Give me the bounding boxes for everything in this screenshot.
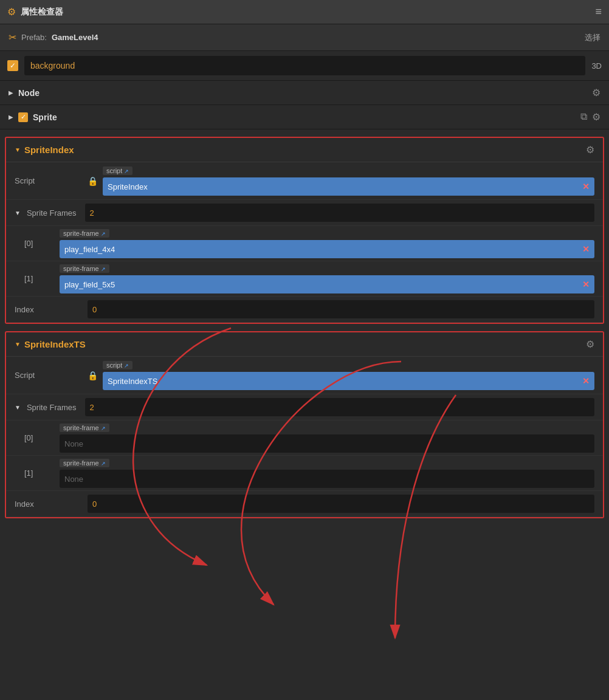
sprite-frame-1-badge: sprite-frame ↗ — [60, 264, 109, 273]
sprite-index-ts-script-label: Script — [15, 371, 88, 380]
sprite-index-ts-lock-icon: 🔒 — [88, 371, 98, 380]
sprite-index-lock-icon: 🔒 — [88, 176, 98, 186]
sprite-index-ts-frames-row: ▼ Sprite Frames 2 — [6, 394, 603, 420]
sprite-index-ts-frame-1-asset[interactable]: None — [60, 470, 594, 488]
ts-frames-collapse-icon[interactable]: ▼ — [15, 404, 21, 411]
sprite-index-ts-collapse-icon[interactable]: ▼ — [15, 341, 21, 348]
sprite-index-script-row: Script 🔒 script ↗ SpriteIndex ✕ — [6, 162, 603, 200]
sprite-index-index-label: Index — [15, 305, 88, 314]
sprite-index-ts-script-badge: script ↗ — [103, 361, 132, 369]
sprite-index-ts-frame-1-value: None — [64, 475, 83, 484]
sprite-index-gear-icon[interactable]: ⚙ — [586, 144, 594, 156]
prefab-icon: ✂ — [9, 32, 16, 43]
sprite-index-script-label: Script — [15, 176, 88, 185]
sprite-index-ts-index-label: Index — [15, 499, 88, 509]
node-gear-icon[interactable]: ⚙ — [592, 87, 600, 98]
sprite-index-collapse-icon[interactable]: ▼ — [15, 146, 21, 153]
sprite-index-ts-script-value: SpriteIndexTS — [108, 377, 157, 386]
sprite-index-ts-component: ▼ SpriteIndexTS ⚙ Script 🔒 script ↗ Spri… — [5, 331, 604, 518]
sprite-index-frame-0-value: play_field_4x4 — [64, 245, 115, 254]
sprite-index-component: ▼ SpriteIndex ⚙ Script 🔒 script ↗ Sprite… — [5, 137, 604, 324]
sprite-index-ts-index-value: 0 — [88, 495, 594, 513]
object-active-checkbox[interactable]: ✓ — [7, 60, 18, 71]
sprite-frame-0-badge: sprite-frame ↗ — [60, 229, 109, 238]
sprite-index-ts-frame-0-value: None — [64, 439, 83, 448]
ts-sprite-frame-1-badge: sprite-frame ↗ — [60, 459, 109, 467]
sprite-index-frame-1-value: play_field_5x5 — [64, 280, 115, 289]
sprite-index-index-row: Index 0 — [6, 297, 603, 323]
sprite-index-frame-0-label: [0] — [24, 239, 55, 248]
sprite-frame-0-ext-icon: ↗ — [101, 231, 106, 237]
title-text: 属性检查器 — [21, 7, 63, 18]
sprite-index-ts-script-clear[interactable]: ✕ — [582, 376, 590, 386]
ts-script-ext-icon: ↗ — [124, 363, 129, 369]
menu-icon[interactable]: ≡ — [595, 5, 602, 18]
prefab-label: Prefab: — [21, 33, 47, 42]
sprite-index-ts-frames-label: Sprite Frames — [27, 403, 77, 412]
sprite-frame-1-ext-icon: ↗ — [101, 266, 106, 272]
sprite-copy-icon[interactable]: ⧉ — [580, 111, 587, 123]
sprite-index-ts-script-field-wrapper: script ↗ SpriteIndexTS ✕ — [103, 360, 594, 390]
object-name-input[interactable] — [24, 56, 585, 75]
sprite-index-script-value: SpriteIndex — [108, 182, 148, 191]
sprite-index-ts-gear-icon[interactable]: ⚙ — [586, 338, 594, 350]
sprite-collapse-icon[interactable]: ▶ — [9, 114, 13, 120]
inspector-window: ⚙ 属性检查器 ≡ ✂ Prefab: GameLevel4 选择 ✓ 3D ▶… — [0, 0, 609, 700]
sprite-index-frame-0-row: [0] sprite-frame ↗ play_field_4x4 ✕ — [6, 226, 603, 261]
sprite-index-frame-0-wrapper: sprite-frame ↗ play_field_4x4 ✕ — [60, 228, 594, 258]
sprite-index-ts-script-asset[interactable]: SpriteIndexTS ✕ — [103, 372, 594, 390]
prefab-bar: ✂ Prefab: GameLevel4 选择 — [0, 24, 609, 51]
sprite-index-ts-frame-0-row: [0] sprite-frame ↗ None — [6, 420, 603, 456]
node-title: Node — [18, 88, 40, 98]
sprite-index-ts-frame-0-wrapper: sprite-frame ↗ None — [60, 423, 594, 453]
sprite-section: ▶ ✓ Sprite ⧉ ⚙ — [0, 105, 609, 129]
frames-collapse-icon[interactable]: ▼ — [15, 210, 21, 216]
sprite-index-frames-count: 2 — [85, 204, 594, 222]
ts-sprite-frame-1-ext-icon: ↗ — [101, 461, 106, 467]
sprite-gear-icon[interactable]: ⚙ — [592, 111, 600, 123]
node-collapse-icon[interactable]: ▶ — [9, 89, 13, 96]
title-bar: ⚙ 属性检查器 ≡ — [0, 0, 609, 24]
sprite-index-script-asset[interactable]: SpriteIndex ✕ — [103, 177, 594, 196]
title-icon: ⚙ — [7, 6, 16, 18]
sprite-index-ts-script-row: Script 🔒 script ↗ SpriteIndexTS ✕ — [6, 357, 603, 394]
sprite-index-frames-row: ▼ Sprite Frames 2 — [6, 200, 603, 226]
sprite-active-checkbox[interactable]: ✓ — [18, 112, 28, 122]
sprite-index-ts-index-row: Index 0 — [6, 491, 603, 517]
sprite-index-ts-header: ▼ SpriteIndexTS ⚙ — [6, 332, 603, 357]
sprite-index-frame-1-row: [1] sprite-frame ↗ play_field_5x5 ✕ — [6, 261, 603, 297]
sprite-index-ts-title: SpriteIndexTS — [24, 339, 86, 349]
sprite-index-frame-1-label: [1] — [24, 274, 55, 283]
sprite-index-ts-frame-0-asset[interactable]: None — [60, 434, 594, 453]
sprite-index-frame-1-asset[interactable]: play_field_5x5 ✕ — [60, 275, 594, 293]
sprite-index-ts-frame-1-label: [1] — [24, 468, 55, 478]
prefab-name: GameLevel4 — [52, 33, 98, 42]
sprite-index-frames-label: Sprite Frames — [27, 208, 77, 218]
ts-sprite-frame-0-ext-icon: ↗ — [101, 425, 106, 431]
sprite-title: Sprite — [33, 112, 57, 122]
sprite-index-script-clear[interactable]: ✕ — [582, 182, 590, 191]
sprite-index-script-badge: script ↗ — [103, 166, 132, 175]
prefab-select-button[interactable]: 选择 — [585, 32, 600, 43]
sprite-index-frame-1-clear[interactable]: ✕ — [582, 280, 590, 289]
sprite-index-header: ▼ SpriteIndex ⚙ — [6, 138, 603, 162]
object-3d-label: 3D — [591, 61, 602, 70]
sprite-index-frame-0-asset[interactable]: play_field_4x4 ✕ — [60, 240, 594, 258]
node-section: ▶ Node ⚙ — [0, 81, 609, 105]
sprite-index-ts-frames-count: 2 — [85, 398, 594, 416]
sprite-index-script-field-wrapper: script ↗ SpriteIndex ✕ — [103, 166, 594, 196]
ts-sprite-frame-0-badge: sprite-frame ↗ — [60, 424, 109, 432]
sprite-index-frame-1-wrapper: sprite-frame ↗ play_field_5x5 ✕ — [60, 264, 594, 293]
sprite-index-index-value: 0 — [88, 300, 594, 318]
sprite-index-ts-frame-0-label: [0] — [24, 433, 55, 442]
sprite-index-ts-frame-1-row: [1] sprite-frame ↗ None — [6, 456, 603, 491]
sprite-index-ts-frame-1-wrapper: sprite-frame ↗ None — [60, 458, 594, 488]
script-ext-icon: ↗ — [124, 168, 129, 174]
sprite-index-frame-0-clear[interactable]: ✕ — [582, 244, 590, 254]
object-name-row: ✓ 3D — [0, 51, 609, 81]
sprite-index-title: SpriteIndex — [24, 145, 74, 155]
